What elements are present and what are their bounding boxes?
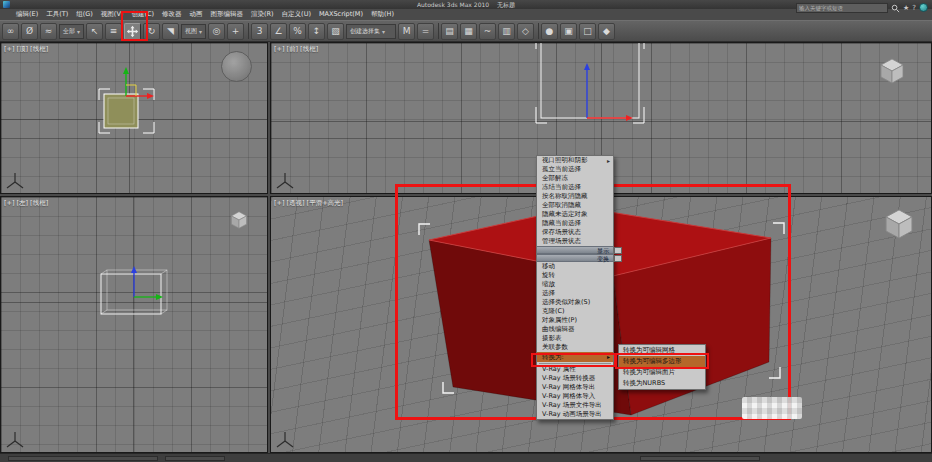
viewport-name-label[interactable]: [左]: [17, 199, 29, 208]
menubar-item[interactable]: 组(G): [72, 9, 97, 20]
curve-editor-icon[interactable]: ~: [479, 23, 496, 40]
menubar-item[interactable]: 图形编辑器: [207, 9, 248, 20]
quad-pin-icon[interactable]: [614, 247, 622, 254]
help-icon[interactable]: ?: [912, 3, 916, 13]
context-menu-item[interactable]: 管理场景状态: [537, 237, 613, 246]
select-and-rotate-icon[interactable]: ↻: [143, 23, 160, 40]
layer-manager-icon[interactable]: ▤: [441, 23, 458, 40]
viewport-menu-plus[interactable]: [+]: [4, 199, 15, 208]
select-by-name-icon[interactable]: ≡: [105, 23, 122, 40]
viewport-shading-label[interactable]: [线框]: [30, 45, 48, 54]
box-object-front-view[interactable]: [531, 42, 651, 131]
menubar-item[interactable]: MAXScript(M): [315, 9, 367, 20]
context-menu-item[interactable]: 隐藏当前选择: [537, 219, 613, 228]
context-menu-item[interactable]: 保存场景状态: [537, 228, 613, 237]
selection-filter-dropdown[interactable]: 全部▾: [59, 24, 84, 39]
search-icon[interactable]: [891, 0, 900, 17]
viewcube-icon[interactable]: [875, 55, 909, 87]
quad-header-transform[interactable]: 变换: [537, 254, 613, 262]
context-menu-item[interactable]: 关联参数: [537, 343, 613, 352]
context-menu-item[interactable]: 隐藏未选定对象: [537, 210, 613, 219]
submenu-item-editable-mesh[interactable]: 转换为可编辑网格: [619, 345, 705, 356]
submenu-item-editable-poly[interactable]: 转换为可编辑多边形: [619, 356, 705, 367]
rendered-frame-window-icon[interactable]: □: [579, 23, 596, 40]
context-menu-item[interactable]: 选择类似对象(S): [537, 298, 613, 307]
viewport-menu-plus[interactable]: [+]: [274, 199, 285, 208]
select-and-scale-icon[interactable]: ◥: [162, 23, 179, 40]
viewport-top[interactable]: [+] [顶] [线框]: [0, 42, 268, 194]
context-menu-item[interactable]: 曲线编辑器: [537, 325, 613, 334]
percent-snap-icon[interactable]: %: [289, 23, 306, 40]
viewport-name-label[interactable]: [透视]: [287, 199, 305, 208]
menubar-item[interactable]: 创建(C): [127, 9, 158, 20]
menubar-item[interactable]: 动画: [186, 9, 207, 20]
align-icon[interactable]: =: [417, 23, 434, 40]
viewport-shading-label[interactable]: [线框]: [300, 45, 318, 54]
context-menu-item[interactable]: 孤立当前选择: [537, 165, 613, 174]
select-and-move-icon[interactable]: [124, 23, 141, 40]
context-menu-item[interactable]: 移动: [537, 262, 613, 271]
submenu-item-editable-patch[interactable]: 转换为可编辑面片: [619, 367, 705, 378]
box-object-left-view[interactable]: [91, 257, 181, 327]
viewport-name-label[interactable]: [顶]: [17, 45, 29, 54]
use-pivot-center-icon[interactable]: ◎: [208, 23, 225, 40]
context-menu-item[interactable]: 摄影表: [537, 334, 613, 343]
context-menu-item[interactable]: 全部解冻: [537, 174, 613, 183]
unlink-selection-icon[interactable]: Ø: [21, 23, 38, 40]
context-menu-item[interactable]: 对象属性(P): [537, 316, 613, 325]
reference-coordinate-dropdown[interactable]: 视图▾: [181, 24, 206, 39]
transform-gizmo[interactable]: [131, 266, 163, 300]
context-menu-item[interactable]: 视口照明和阴影 ▸: [537, 156, 613, 165]
named-selection-dropdown[interactable]: 创建选择集▾: [346, 24, 396, 39]
favorites-star-icon[interactable]: ★: [903, 3, 909, 13]
angle-snap-icon[interactable]: ∠: [270, 23, 287, 40]
context-menu-item[interactable]: 按名称取消隐藏: [537, 192, 613, 201]
menubar-item[interactable]: 渲染(R): [247, 9, 278, 20]
select-and-manipulate-icon[interactable]: +: [227, 23, 244, 40]
quad-pin-icon[interactable]: [614, 255, 622, 262]
select-and-link-icon[interactable]: ∞: [2, 23, 19, 40]
edit-named-selection-icon[interactable]: ▧: [327, 23, 344, 40]
context-menu-item[interactable]: V-Ray 场景文件导出: [537, 401, 613, 410]
context-menu-item[interactable]: V-Ray 网格体导入: [537, 392, 613, 401]
context-menu-item[interactable]: V-Ray 属性: [537, 365, 613, 374]
menubar-item[interactable]: 修改器: [158, 9, 186, 20]
context-menu-item[interactable]: V-Ray 网格体导出: [537, 383, 613, 392]
menubar-item[interactable]: 帮助(H): [367, 9, 398, 20]
context-menu-item[interactable]: 冻结当前选择: [537, 183, 613, 192]
menubar-item[interactable]: 编辑(E): [12, 9, 42, 20]
render-setup-icon[interactable]: ▣: [560, 23, 577, 40]
navigation-disc-icon[interactable]: [221, 51, 252, 82]
select-object-icon[interactable]: ↖: [86, 23, 103, 40]
context-menu-item[interactable]: 克隆(C): [537, 307, 613, 316]
context-menu-item-convert-to[interactable]: 转换为: ▸: [537, 352, 613, 362]
bind-to-space-warp-icon[interactable]: ≈: [40, 23, 57, 40]
viewport-menu-plus[interactable]: [+]: [274, 45, 285, 54]
material-editor-icon[interactable]: ●: [541, 23, 558, 40]
viewport-menu-plus[interactable]: [+]: [4, 45, 15, 54]
viewport-left[interactable]: [+] [左] [线框]: [0, 196, 268, 453]
context-menu-item[interactable]: 缩放: [537, 280, 613, 289]
dope-sheet-icon[interactable]: ▥: [498, 23, 515, 40]
viewport-shading-label[interactable]: [平滑+高光]: [307, 199, 344, 208]
context-menu-item[interactable]: 全部取消隐藏: [537, 201, 613, 210]
quick-render-icon[interactable]: ◆: [598, 23, 615, 40]
box-object-top-view[interactable]: [96, 61, 166, 138]
context-menu-item[interactable]: 选择: [537, 289, 613, 298]
transform-gizmo[interactable]: [584, 63, 633, 121]
submenu-item-nurbs[interactable]: 转换为NURBS: [619, 378, 705, 389]
viewport-shading-label[interactable]: [线框]: [30, 199, 48, 208]
viewport-name-label[interactable]: [前]: [287, 45, 299, 54]
context-menu-item[interactable]: V-Ray 场景转换器: [537, 374, 613, 383]
graphite-tools-icon[interactable]: ▦: [460, 23, 477, 40]
mirror-icon[interactable]: M: [398, 23, 415, 40]
schematic-view-icon[interactable]: ◇: [517, 23, 534, 40]
viewcube-icon[interactable]: [227, 209, 251, 231]
search-input[interactable]: [796, 3, 888, 13]
viewcube-icon[interactable]: [879, 205, 919, 243]
communication-center-icon[interactable]: [919, 3, 928, 12]
context-menu-item[interactable]: V-Ray 动画场景导出: [537, 410, 613, 419]
spinner-snap-icon[interactable]: ↕: [308, 23, 325, 40]
snap-toggle-icon[interactable]: 3: [251, 23, 268, 40]
context-menu-item[interactable]: 旋转: [537, 271, 613, 280]
